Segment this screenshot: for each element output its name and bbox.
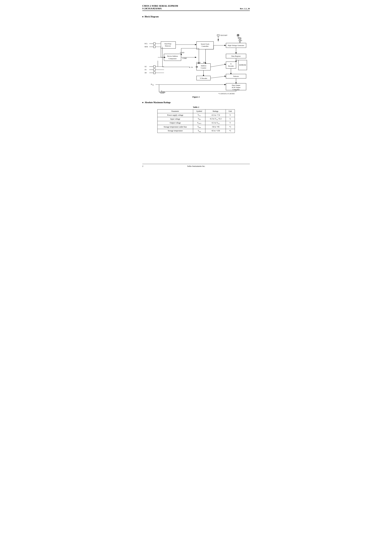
svg-text:Data Register: Data Register <box>231 55 241 57</box>
svg-text:COMP: COMP <box>182 58 187 59</box>
col-header-ratings: Ratings <box>205 110 226 113</box>
table-row: Storage temperature under bias Tbias -50… <box>157 125 235 129</box>
svg-line-77 <box>211 64 226 67</box>
svg-text:Device Address: Device Address <box>167 55 178 57</box>
svg-text:Controller: Controller <box>202 45 209 47</box>
page-number: 2 <box>142 165 143 168</box>
svg-text:Address: Address <box>201 65 206 67</box>
table-row: Input voltage VIN -0.3 to VCC+0.3 V <box>157 117 235 121</box>
symbol-cell: VOUT <box>193 121 205 125</box>
parameter-cell: Storage temperature <box>157 129 193 133</box>
block-diagram-section-title: Block Diagram <box>142 15 250 18</box>
svg-text:High-Voltage Generator: High-Voltage Generator <box>228 44 244 46</box>
svg-text:X: X <box>230 63 232 65</box>
unit-cell: °C <box>226 125 235 129</box>
symbol-cell: VCC <box>193 113 205 117</box>
ratings-cell: -0.3 to +7.0 <box>205 113 226 117</box>
ratings-cell: -65 to +150 <box>205 129 226 133</box>
svg-text:Data Output: Data Output <box>232 84 240 86</box>
svg-text:Selector: Selector <box>233 75 239 77</box>
svg-text:R / W: R / W <box>189 66 193 68</box>
svg-text:A2: A2 <box>145 66 146 67</box>
table-row: Power supply voltage VCC -0.3 to +7.0 V <box>157 113 235 117</box>
svg-marker-120 <box>235 60 237 62</box>
doc-title-line1: CMOS 2-WIRE SERIAL EEPROM <box>142 5 178 7</box>
table-row: Storage temperature Tstg -65 to +150 °C <box>157 129 235 133</box>
doc-title-line2: S-24C01A/02A/04A <box>142 7 178 10</box>
svg-marker-44 <box>181 54 182 55</box>
absolute-max-section-title: Absolute Maximum Ratings <box>142 101 250 104</box>
parameter-cell: Power supply voltage <box>157 113 193 117</box>
svg-text:ACK Output: ACK Output <box>232 87 240 88</box>
svg-text:Serial Clock: Serial Clock <box>201 43 209 45</box>
svg-text:EEPROM: EEPROM <box>239 64 246 66</box>
svg-marker-80 <box>225 76 226 77</box>
svg-marker-12 <box>195 44 196 45</box>
col-header-unit: Unit <box>226 110 235 113</box>
svg-rect-3 <box>153 43 155 45</box>
svg-text:SCL: SCL <box>145 43 148 44</box>
parameter-cell: Input voltage <box>157 117 193 121</box>
figure-label: Figure 2 <box>142 96 250 98</box>
svg-line-79 <box>211 76 226 78</box>
svg-text:D: D <box>151 83 152 85</box>
svg-rect-6 <box>153 46 155 48</box>
block-diagram: SCL SDA Start/Stop Detector Serial Clock… <box>142 20 251 95</box>
svg-marker-63 <box>203 74 204 76</box>
svg-marker-28 <box>218 39 219 40</box>
table-title: Table 2 <box>142 106 250 109</box>
svg-marker-32 <box>237 34 239 36</box>
company-name: Seiko Instruments Inc. <box>187 165 205 168</box>
svg-marker-78 <box>225 64 226 65</box>
svg-marker-76 <box>235 82 237 83</box>
svg-rect-91 <box>153 72 155 74</box>
svg-marker-59 <box>196 66 198 67</box>
svg-text:A0: A0 <box>145 72 147 73</box>
svg-text:LOAD: LOAD <box>180 52 184 53</box>
parameter-cell: Output voltage <box>157 121 193 125</box>
unit-cell: V <box>226 113 235 117</box>
svg-text:D: D <box>161 90 162 92</box>
svg-rect-85 <box>153 66 155 68</box>
svg-text:GND: GND <box>238 39 242 41</box>
svg-marker-122 <box>230 73 232 74</box>
table-row: Output voltage VOUT -0.3 to VCC V <box>157 121 235 125</box>
svg-text:LOAD: LOAD <box>196 62 201 63</box>
col-header-symbol: Symbol <box>193 110 205 113</box>
symbol-cell: VIN <box>193 117 205 121</box>
svg-text:Counter: Counter <box>201 67 206 69</box>
svg-rect-39 <box>164 54 181 61</box>
page-number-right <box>249 165 250 168</box>
svg-marker-21 <box>235 52 237 54</box>
unit-cell: °C <box>226 129 235 133</box>
svg-text:A1: A1 <box>145 69 146 71</box>
svg-text:Y Decoder: Y Decoder <box>200 77 207 79</box>
symbol-cell: Tbias <box>193 125 205 129</box>
svg-marker-17 <box>225 45 226 46</box>
unit-cell: V <box>226 117 235 121</box>
parameter-cell: Storage temperature under bias <box>157 125 193 129</box>
doc-rev: Rev. 2.2_30 <box>240 7 250 10</box>
svg-text:IN: IN <box>152 84 154 86</box>
unit-cell: V <box>226 121 235 125</box>
ratings-cell: -50 to +95 <box>205 125 226 129</box>
svg-text:Decoder: Decoder <box>228 65 234 67</box>
svg-marker-108 <box>225 84 226 85</box>
svg-text:*  S-24C02A or S-24C04A: * S-24C02A or S-24C04A <box>218 93 235 95</box>
svg-rect-88 <box>153 69 155 71</box>
svg-text:Comparator: Comparator <box>168 58 177 59</box>
svg-text:TEST/WP*: TEST/WP* <box>220 35 227 36</box>
svg-text:Detector: Detector <box>165 45 171 47</box>
ratings-cell: -0.3 to VCC <box>205 121 226 125</box>
ratings-table: Parameter Symbol Ratings Unit Power supp… <box>157 109 235 133</box>
svg-marker-95 <box>164 57 166 58</box>
svg-marker-47 <box>195 57 196 58</box>
symbol-cell: Tstg <box>193 129 205 133</box>
svg-text:SDA: SDA <box>145 46 148 48</box>
page-header: CMOS 2-WIRE SERIAL EEPROM S-24C01A/02A/0… <box>142 5 250 11</box>
svg-text:Start/Stop: Start/Stop <box>164 43 171 45</box>
col-header-parameter: Parameter <box>157 110 193 113</box>
ratings-cell: -0.3 to VCC+0.3 <box>205 117 226 121</box>
